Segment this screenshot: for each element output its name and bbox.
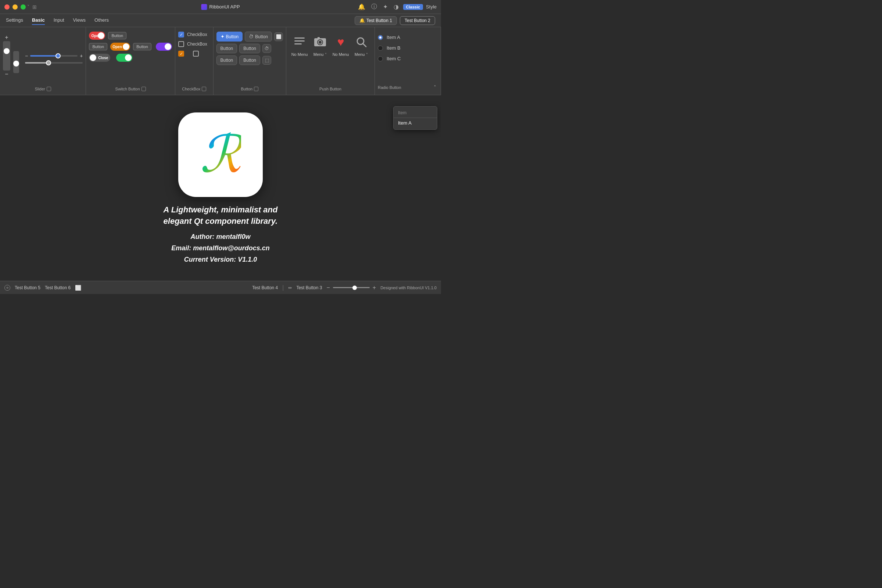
svg-rect-1 [294, 40, 304, 42]
traffic-lights [4, 4, 26, 9]
app-showcase: ℛ A Lightweight, minimalist and elegant … [164, 112, 278, 264]
horizontal-slider-light[interactable] [25, 62, 82, 64]
slider-section: + − − + [0, 27, 86, 95]
ribbon-btn-3[interactable]: Button [216, 44, 237, 53]
status-test-btn-3[interactable]: Test Button 3 [296, 285, 322, 290]
push-btn-menu-1[interactable]: Menu ˅ [311, 33, 329, 57]
toggle-open-yellow[interactable]: Open [110, 43, 130, 51]
ribbon-btn-sq-1[interactable]: ⬜ [274, 32, 283, 41]
ribbon-btn-5[interactable]: Button [216, 56, 237, 65]
ribbon-btn-6[interactable]: Button [239, 56, 260, 65]
radio-item-b[interactable]: Item B [378, 45, 438, 51]
toggle-close[interactable]: Close [89, 54, 110, 62]
designed-text: Designed with RibbonUI V1.1.0 [380, 285, 436, 290]
style-label: Style [426, 4, 436, 9]
test-button-2[interactable]: Test Button 2 [400, 16, 435, 25]
settings-icon[interactable]: ✦ [381, 3, 389, 11]
notification-icon[interactable]: 🔔 [357, 3, 367, 11]
slider-expand-icon[interactable] [46, 87, 51, 91]
app-r-letter: ℛ [200, 129, 241, 180]
checkbox-2-label: CheckBox [187, 42, 207, 46]
ribbon-btn-1[interactable]: ✦ Button [216, 32, 243, 42]
toggle-open-red[interactable]: Open [89, 32, 105, 40]
radio-item-a[interactable]: Item A [378, 34, 438, 40]
svg-rect-7 [318, 37, 320, 39]
checkbox-expand-icon[interactable] [202, 87, 206, 91]
checkbox-4[interactable] [193, 51, 199, 57]
checkbox-label: CheckBox [182, 87, 200, 91]
button-expand-icon[interactable] [254, 87, 258, 91]
tab-others[interactable]: Others [94, 16, 109, 25]
radio-dot-a [378, 35, 383, 40]
classic-badge[interactable]: Classic [403, 4, 423, 10]
toggle-purple[interactable] [156, 43, 172, 51]
slider-minus-bottom[interactable]: − [5, 71, 8, 77]
tab-basic[interactable]: Basic [32, 16, 45, 25]
display-icon[interactable]: ◑ [392, 3, 400, 11]
close-button[interactable] [4, 4, 9, 9]
ribbon-btn-sq-3[interactable]: ⬚ [262, 56, 271, 64]
toggle-green[interactable] [116, 54, 132, 62]
status-test-btn-4[interactable]: Test Button 4 [252, 285, 278, 290]
statusbar: ○ Test Button 5 Test Button 6 ⬜ Test But… [0, 281, 441, 294]
checkbox-2[interactable] [178, 41, 184, 47]
push-btn-no-menu-2[interactable]: ♥ No Menu [332, 33, 350, 57]
app-version: Current Version: V1.1.0 [164, 256, 278, 264]
status-minus-icon[interactable]: − [326, 285, 330, 291]
ribbon-btn-2[interactable]: ⏱ Button [245, 32, 272, 42]
toolbar-tabs: Settings Basic Input Views Others 🔔 Test… [0, 14, 441, 27]
hourglass-icon: ⏱ [249, 34, 254, 39]
status-slider[interactable] [333, 287, 370, 288]
status-divider: | [282, 285, 284, 291]
collapse-icon[interactable]: ˄ [432, 84, 438, 91]
tab-settings[interactable]: Settings [6, 16, 23, 25]
slider-h-plus[interactable]: + [80, 53, 82, 58]
switch-btn-2[interactable]: Button [89, 43, 107, 50]
vertical-slider-left[interactable] [3, 41, 10, 70]
heart-icon: ♥ [338, 35, 344, 49]
tab-input[interactable]: Input [54, 16, 64, 25]
dropdown-item-a[interactable]: Item A [394, 118, 437, 128]
status-test-btn-6[interactable]: Test Button 6 [45, 285, 70, 290]
push-chevron-2: ˅ [366, 52, 368, 57]
push-label-1: No Menu [291, 52, 308, 57]
push-btn-no-menu-1[interactable]: No Menu [291, 33, 308, 57]
status-camera-icon[interactable]: ⬜ [75, 285, 81, 291]
push-label-3: No Menu [333, 52, 349, 57]
radio-label-b: Item B [387, 45, 400, 51]
ribbon-btn-4[interactable]: Button [239, 44, 260, 53]
switch-expand-icon[interactable] [141, 87, 146, 91]
app-email: Email: mentalflow@ourdocs.cn [164, 244, 278, 252]
slider-plus-top[interactable]: + [5, 34, 8, 40]
vertical-slider-right[interactable] [13, 51, 19, 73]
tab-views[interactable]: Views [73, 16, 86, 25]
push-btn-menu-2[interactable]: Menu ˅ [352, 33, 370, 57]
svg-rect-0 [294, 38, 304, 39]
titlebar-right: 🔔 ⓘ ✦ ◑ Classic Style [357, 2, 436, 11]
minimize-button[interactable] [12, 4, 18, 9]
app-desc-text: A Lightweight, minimalist and elegant Qt… [164, 204, 278, 227]
window-grid-icon[interactable]: ⊞ [32, 4, 37, 10]
radio-item-c[interactable]: Item C [378, 56, 438, 62]
checkbox-1[interactable]: ✓ [178, 32, 184, 38]
app-author: Author: mentalfl0w [164, 233, 278, 241]
titlebar: ˅ ⊞ RibbonUI APP 🔔 ⓘ ✦ ◑ Classic Style [0, 0, 441, 14]
switch-btn-3[interactable]: Button [133, 43, 152, 50]
status-test-btn-5[interactable]: Test Button 5 [15, 285, 40, 290]
app-title: RibbonUI APP [209, 4, 240, 9]
ribbon-btn-sq-2[interactable]: ⏱ [262, 44, 271, 53]
button-section: ✦ Button ⏱ Button ⬜ Button Button ⏱ [213, 27, 286, 95]
camera-icon [313, 34, 327, 49]
svg-point-6 [319, 41, 322, 44]
horizontal-slider-blue[interactable] [30, 55, 78, 57]
info-icon[interactable]: ⓘ [370, 2, 378, 11]
maximize-button[interactable] [21, 4, 26, 9]
push-label-4: Menu [355, 52, 365, 57]
slider-h-minus[interactable]: − [25, 53, 28, 58]
checkbox-3[interactable]: ✓ [178, 51, 184, 57]
window-chevron-icon[interactable]: ˅ [27, 4, 29, 9]
status-plus-icon[interactable]: + [373, 285, 376, 291]
test-button-1[interactable]: 🔔 Test Button 1 [355, 16, 397, 25]
app-icon-wrapper: ℛ [178, 112, 263, 197]
switch-btn-1[interactable]: Button [108, 32, 126, 39]
